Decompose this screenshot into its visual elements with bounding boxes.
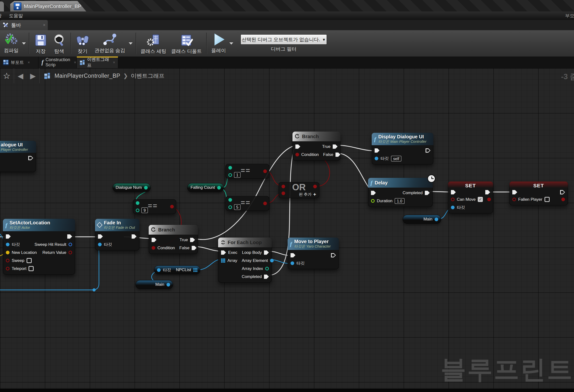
node-equal-five[interactable]: 5 == [226,196,269,211]
exec-in-pin[interactable] [371,191,376,195]
array-pin[interactable] [221,258,225,263]
output-pin[interactable] [166,283,170,287]
node-fade-in[interactable]: Fade In 타깃은 Fade in Out 타깃 [95,219,139,251]
target-pin[interactable] [98,243,102,246]
duration-value-box[interactable]: 1.0 [395,198,404,204]
result-pin[interactable] [263,202,267,205]
node-delay[interactable]: f Delay Completed Duration1.0 [368,178,433,207]
can-move-out-pin[interactable] [487,197,491,201]
favorite-star-icon[interactable]: ☆ [3,71,10,81]
node-get-falling-count[interactable]: Falling Count [187,183,224,192]
exec-out-pin[interactable] [331,253,336,257]
target-pin[interactable] [157,268,161,272]
debug-object-dropdown[interactable]: 선택된 디버그 오브젝트가 없습니다. ▼ [241,34,327,45]
result-pin[interactable] [263,170,267,173]
close-icon[interactable]: × [28,60,30,64]
target-pin[interactable] [451,206,454,209]
event-graph-canvas[interactable]: 블루프린트 [0,68,574,389]
fallen-player-pin[interactable] [512,197,516,201]
condition-pin[interactable] [152,246,155,250]
array-output-pin[interactable] [193,268,197,272]
result-pin[interactable] [170,205,174,209]
nav-forward-icon[interactable]: ▶ [30,72,36,80]
node-set-actor-location[interactable]: f SetActorLocation 타깃은 Actor 타깃 Sweep Hi… [3,219,75,274]
return-value-pin[interactable] [68,251,72,254]
close-icon[interactable]: × [89,4,92,9]
node-equal-nine[interactable]: 9 == [133,199,176,214]
exec-in-pin[interactable] [152,238,157,242]
close-icon[interactable]: × [43,23,45,27]
exec-out-pin[interactable] [485,190,490,195]
play-button[interactable]: 플레이 [209,31,228,56]
hide-unrelated-button[interactable]: 관련없음 숨김 [92,31,128,56]
target-pin[interactable] [375,157,378,160]
breadcrumb-current[interactable]: 이벤트그래프 [131,72,164,80]
new-location-pin[interactable] [6,251,9,254]
node-branch-lower[interactable]: Branch True ConditionFalse [149,225,198,254]
can-move-checkbox[interactable] [478,197,483,202]
add-pin-button[interactable]: 핀 추가+ [299,192,316,197]
node-display-dialogue-ui[interactable]: f Display Dialogue UI 타깃은 Main Player Co… [372,133,433,164]
tab-event-graph[interactable]: 이벤트그래프 × [77,57,118,68]
sweep-checkbox[interactable] [27,258,32,263]
compile-dropdown-caret[interactable] [22,42,26,45]
exec-in-pin[interactable] [512,190,517,195]
class-defaults-button[interactable]: 클래스 디폴트 [169,30,204,57]
exec-out-pin[interactable] [132,234,137,239]
output-pin[interactable] [144,186,148,190]
target-pin[interactable] [6,243,9,246]
self-value-box[interactable]: self [391,156,401,161]
exec-in-pin[interactable] [290,253,295,257]
toolbar-tab[interactable]: 툴바 × [0,20,48,30]
exec-out-pin[interactable] [28,156,33,160]
output-pin[interactable] [435,217,438,221]
close-icon[interactable]: × [113,60,115,64]
exec-in-pin[interactable] [98,234,103,239]
node-get-main-lower[interactable]: Main [136,280,173,289]
exec-in-pin[interactable] [6,234,11,239]
previous-tab-fragment[interactable] [0,1,4,11]
node-branch-top[interactable]: Branch True ConditionFalse [292,132,341,160]
reroute-node[interactable] [93,289,96,292]
find-button[interactable]: 찾기 [73,30,92,57]
nav-back-icon[interactable]: ◀ [18,72,23,80]
exec-out-pin[interactable] [560,190,565,195]
true-exec-pin[interactable] [190,238,195,242]
node-get-npclist[interactable]: 타깃 NPCList [154,266,200,274]
node-equal-one[interactable]: 1 == [226,164,269,178]
can-move-pin[interactable] [451,197,454,201]
close-icon[interactable]: × [74,60,76,64]
exec-out-pin[interactable] [426,148,430,153]
exec-in-pin[interactable] [451,190,456,195]
loop-body-exec-pin[interactable] [264,251,269,255]
node-display-dialogue-ui-cut[interactable]: alogue UI Player Controller [0,141,36,172]
false-exec-pin[interactable] [192,246,196,250]
tab-viewport[interactable]: 뷰포트 × [0,57,39,68]
completed-exec-pin[interactable] [425,191,430,195]
node-get-main-upper[interactable]: Main [403,215,441,224]
node-move-to-player[interactable]: f Move to Player 타깃은 Yaro Character 타깃 [287,237,339,269]
save-button[interactable]: 저장 [31,30,50,57]
menu-item-window-partial[interactable]: 창 [0,13,2,19]
output-pin[interactable] [217,186,221,190]
completed-exec-pin[interactable] [264,274,269,279]
node-get-dialogue-num[interactable]: Dialogue Num [113,183,151,192]
asset-tab[interactable]: MainPlayerController_BP* × [10,1,86,11]
sweep-hit-result-pin[interactable] [68,243,72,246]
fallen-player-checkbox[interactable] [545,197,550,202]
false-exec-pin[interactable] [335,153,340,157]
node-set-can-move[interactable]: SET Can Move 타깃 [448,181,493,214]
node-for-each-loop[interactable]: For Each Loop ExecLoop Body ArrayArray E… [218,237,272,283]
menu-item-help[interactable]: 도움말 [9,13,23,19]
tab-construction-script[interactable]: f Construction Scrip × [39,57,77,68]
true-exec-pin[interactable] [333,144,338,149]
browse-button[interactable]: 탐색 [50,30,68,57]
hide-unrelated-dropdown-caret[interactable] [129,42,133,45]
duration-pin[interactable] [371,199,375,203]
exec-in-pin[interactable] [295,144,300,149]
array-index-pin[interactable] [265,267,269,271]
class-settings-button[interactable]: 클래스 세팅 [138,30,169,57]
teleport-pin[interactable] [6,267,9,271]
condition-pin[interactable] [295,153,299,157]
breadcrumb-root[interactable]: MainPlayerController_BP [55,73,120,79]
